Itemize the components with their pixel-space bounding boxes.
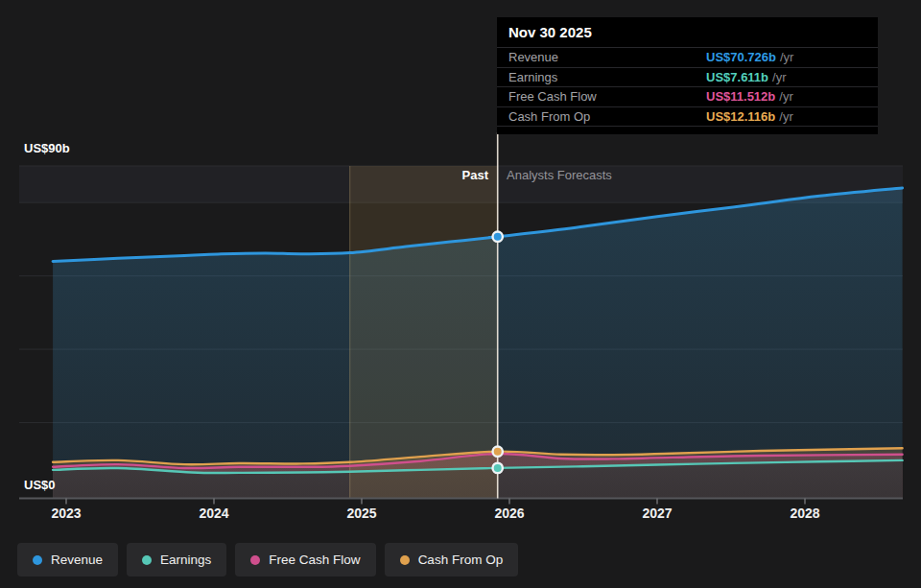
x-axis: 202320242025202620272028: [0, 506, 921, 523]
tooltip-row-revenue: Revenue US$70.726b /yr: [497, 48, 878, 68]
legend-label: Earnings: [160, 553, 211, 567]
forecast-section-label: Analysts Forecasts: [507, 168, 612, 182]
y-axis-label-0: US$0: [24, 478, 56, 492]
tooltip-unit: /yr: [772, 70, 786, 84]
x-tick-label: 2028: [771, 506, 838, 521]
free-cash-flow-dot-icon: [250, 555, 260, 565]
tooltip-row-free-cash-flow: Free Cash Flow US$11.512b /yr: [497, 87, 878, 107]
tooltip-label: Revenue: [508, 50, 706, 64]
tooltip-label: Earnings: [508, 70, 706, 84]
tooltip-value: US$11.512b: [706, 89, 775, 104]
tooltip-label: Free Cash Flow: [508, 89, 706, 104]
tooltip-label: Cash From Op: [508, 109, 706, 124]
x-tick-label: 2024: [180, 506, 248, 521]
tooltip-date: Nov 30 2025: [497, 17, 878, 48]
tooltip-value: US$12.116b: [706, 109, 775, 124]
x-tick-label: 2027: [624, 506, 691, 521]
legend-label: Revenue: [51, 553, 103, 567]
tooltip-value: US$70.726b: [706, 50, 776, 64]
legend-item-revenue[interactable]: Revenue: [17, 543, 118, 576]
x-tick-label: 2026: [476, 506, 543, 521]
x-tick-label: 2023: [33, 506, 100, 521]
past-section-label: Past: [296, 168, 488, 182]
legend-item-free-cash-flow[interactable]: Free Cash Flow: [235, 543, 375, 576]
revenue-dot-icon: [33, 555, 42, 565]
legend-label: Free Cash Flow: [269, 553, 360, 567]
earnings-dot-icon: [142, 555, 152, 565]
legend-label: Cash From Op: [418, 553, 504, 567]
financials-forecast-chart: US$90b US$0 Past Analysts Forecasts 2023…: [0, 0, 921, 588]
tooltip-row-earnings: Earnings US$7.611b /yr: [497, 68, 878, 88]
tooltip-unit: /yr: [779, 109, 792, 124]
x-tick-label: 2025: [328, 506, 395, 521]
tooltip-value: US$7.611b: [706, 70, 768, 84]
tooltip-unit: /yr: [779, 89, 792, 104]
cash-from-op-dot-icon: [400, 555, 410, 565]
chart-tooltip: Nov 30 2025 Revenue US$70.726b /yr Earni…: [497, 17, 878, 134]
tooltip-unit: /yr: [780, 50, 793, 64]
y-axis-label-90b: US$90b: [24, 141, 70, 155]
tooltip-row-cash-from-op: Cash From Op US$12.116b /yr: [497, 107, 878, 128]
legend-item-cash-from-op[interactable]: Cash From Op: [385, 543, 519, 576]
legend-bar: Revenue Earnings Free Cash Flow Cash Fro…: [17, 543, 518, 576]
legend-item-earnings[interactable]: Earnings: [127, 543, 226, 576]
